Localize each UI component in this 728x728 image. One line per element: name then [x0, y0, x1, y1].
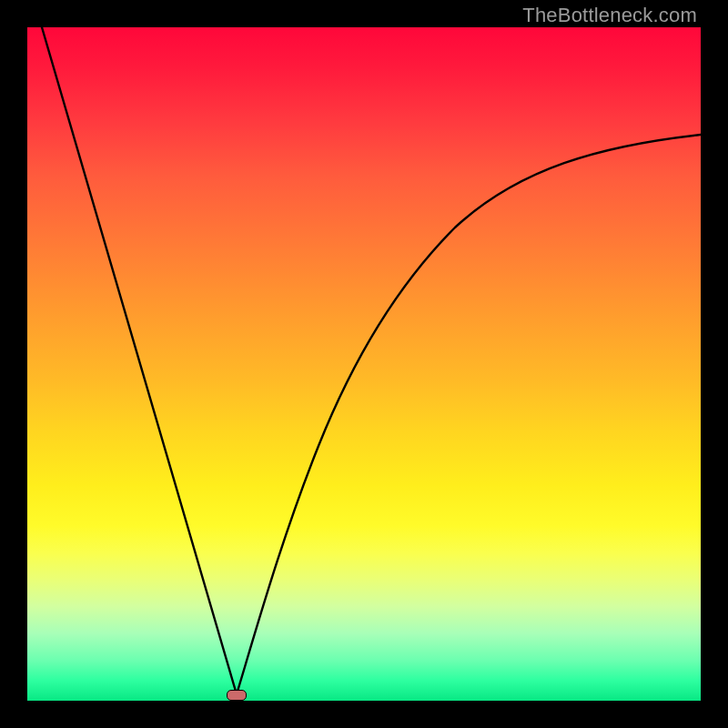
chart-frame: TheBottleneck.com: [0, 0, 728, 728]
curve-right-branch: [237, 135, 701, 694]
bottleneck-curve: [27, 27, 701, 701]
watermark-text: TheBottleneck.com: [522, 4, 697, 27]
curve-left-branch: [42, 27, 237, 694]
optimal-point-marker: [227, 690, 247, 701]
